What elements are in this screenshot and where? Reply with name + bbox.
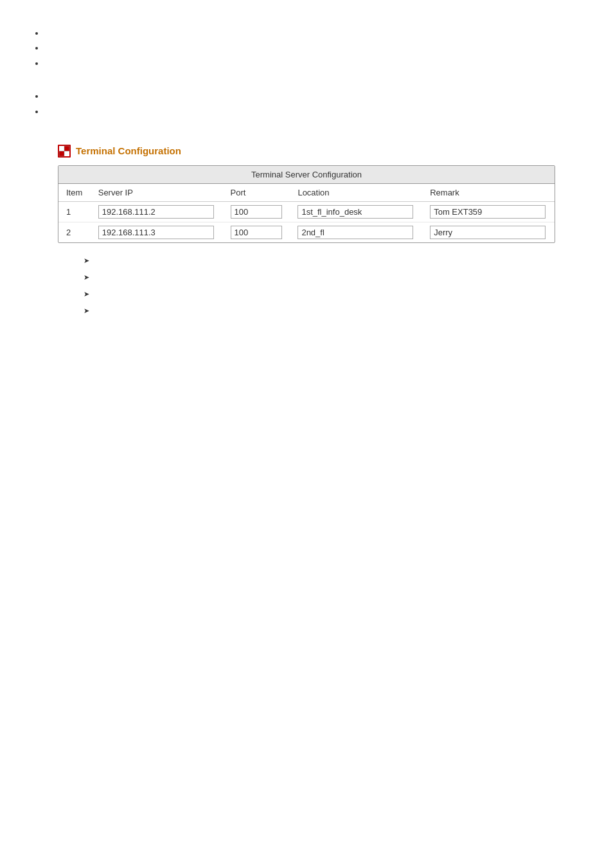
row1-port-input[interactable]	[231, 205, 282, 219]
arrow-item-2	[84, 269, 555, 285]
bullet-item-2	[45, 41, 594, 55]
row2-port	[223, 222, 290, 242]
svg-rect-1	[59, 146, 64, 151]
svg-rect-3	[59, 151, 64, 156]
row1-server-ip-input[interactable]	[98, 205, 214, 219]
arrow-item-4	[84, 302, 555, 319]
row1-location-input[interactable]	[298, 205, 413, 219]
col-remark: Remark	[422, 184, 555, 202]
table-row: 1	[58, 201, 555, 222]
svg-rect-2	[64, 151, 69, 156]
col-item: Item	[58, 184, 91, 202]
row2-location-input[interactable]	[298, 226, 413, 239]
row1-remark	[422, 201, 555, 222]
bullet-group-2	[19, 89, 594, 119]
section-title-row: Terminal Configuration	[58, 145, 555, 158]
col-location: Location	[290, 184, 422, 202]
terminal-config-section: Terminal Configuration Terminal Server C…	[58, 145, 555, 319]
section-title-text: Terminal Configuration	[76, 145, 181, 156]
row1-server-ip	[91, 201, 223, 222]
arrow-item-3	[84, 285, 555, 302]
bullet-item-4	[45, 89, 594, 104]
col-port: Port	[223, 184, 290, 202]
arrow-item-1	[84, 252, 555, 269]
col-server-ip: Server IP	[91, 184, 223, 202]
bullet-item-1	[45, 26, 594, 41]
bullet-group-1	[19, 26, 594, 71]
row1-item: 1	[58, 201, 91, 222]
table-header-title: Terminal Server Configuration	[58, 166, 555, 184]
row2-location	[290, 222, 422, 242]
config-table: Item Server IP Port Location Remark 1	[58, 184, 555, 242]
row2-remark-input[interactable]	[430, 226, 546, 239]
row2-server-ip	[91, 222, 223, 242]
terminal-config-icon	[58, 145, 71, 158]
row1-port	[223, 201, 290, 222]
bullet-item-5	[45, 104, 594, 119]
bullet-item-3	[45, 56, 594, 71]
row2-item: 2	[58, 222, 91, 242]
row2-port-input[interactable]	[231, 226, 282, 239]
arrow-list	[84, 252, 555, 319]
row2-server-ip-input[interactable]	[98, 226, 214, 239]
row2-remark	[422, 222, 555, 242]
svg-rect-4	[64, 146, 69, 151]
row1-location	[290, 201, 422, 222]
config-table-wrapper: Terminal Server Configuration Item Serve…	[58, 165, 555, 243]
row1-remark-input[interactable]	[430, 205, 546, 219]
table-header-row: Item Server IP Port Location Remark	[58, 184, 555, 202]
table-row: 2	[58, 222, 555, 242]
